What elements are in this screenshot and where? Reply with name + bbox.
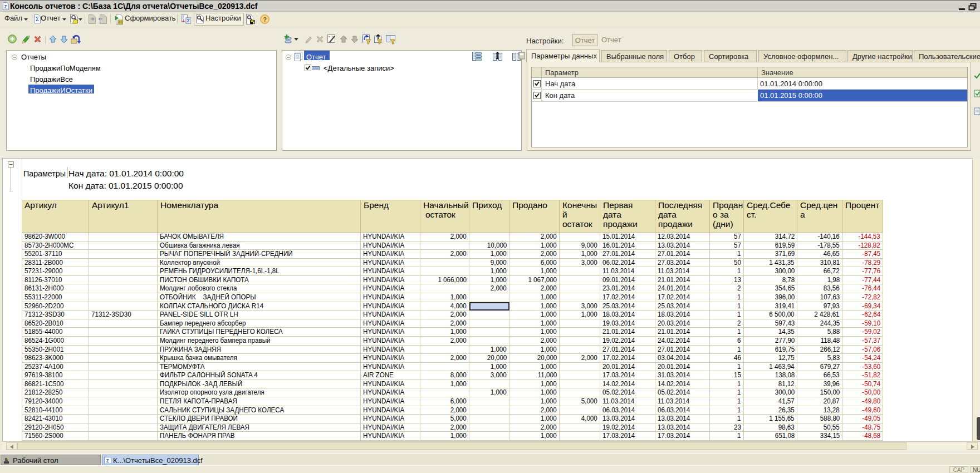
svg-text:?: ?: [263, 16, 267, 23]
svg-text:Σ: Σ: [4, 4, 8, 9]
svg-text:Σ: Σ: [187, 18, 190, 23]
svg-text:A: A: [182, 19, 185, 23]
svg-text:Σ: Σ: [106, 458, 110, 464]
svg-text:Σ: Σ: [36, 16, 39, 22]
